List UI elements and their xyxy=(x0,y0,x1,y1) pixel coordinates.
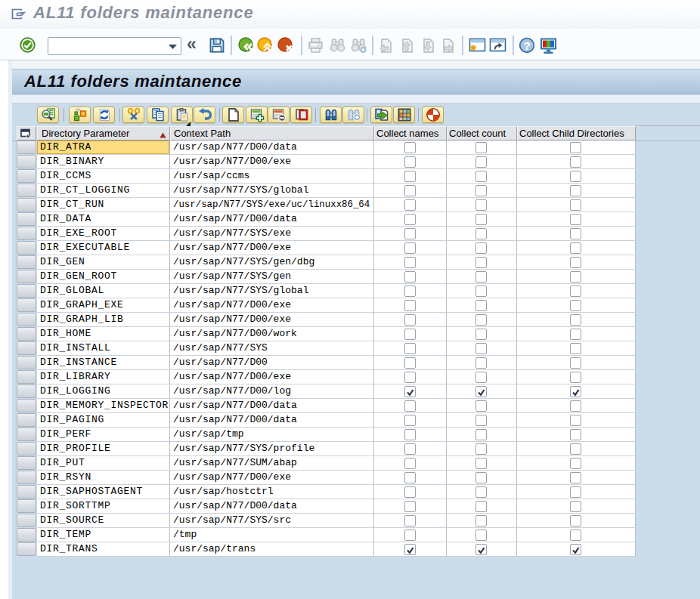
svg-text:?: ? xyxy=(523,39,530,52)
